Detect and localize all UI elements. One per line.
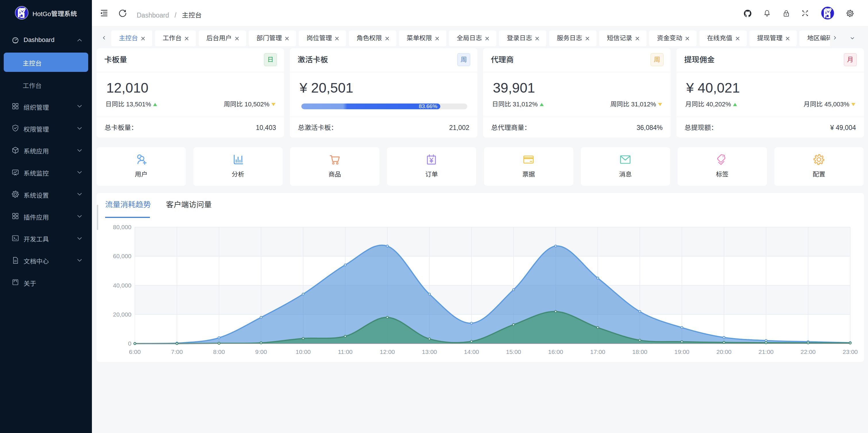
svg-text:20:00: 20:00 [716,348,732,355]
svg-text:0: 0 [128,340,131,347]
svg-text:18:00: 18:00 [632,348,647,355]
svg-text:22:00: 22:00 [801,348,816,355]
svg-text:16:00: 16:00 [548,348,563,355]
svg-text:10:00: 10:00 [296,348,311,355]
svg-text:23:00: 23:00 [843,348,858,355]
svg-text:60,000: 60,000 [113,253,131,259]
svg-text:15:00: 15:00 [506,348,521,355]
svg-text:8:00: 8:00 [213,348,225,355]
svg-text:80,000: 80,000 [113,224,131,230]
svg-text:13:00: 13:00 [422,348,437,355]
svg-text:14:00: 14:00 [464,348,479,355]
svg-text:40,000: 40,000 [113,282,131,289]
svg-text:9:00: 9:00 [255,348,267,355]
svg-text:6:00: 6:00 [129,348,141,355]
svg-text:21:00: 21:00 [758,348,774,355]
svg-text:12:00: 12:00 [380,348,395,355]
svg-text:11:00: 11:00 [338,348,353,355]
svg-text:19:00: 19:00 [674,348,690,355]
svg-text:20,000: 20,000 [113,311,131,318]
svg-text:7:00: 7:00 [171,348,183,355]
svg-text:17:00: 17:00 [590,348,606,355]
